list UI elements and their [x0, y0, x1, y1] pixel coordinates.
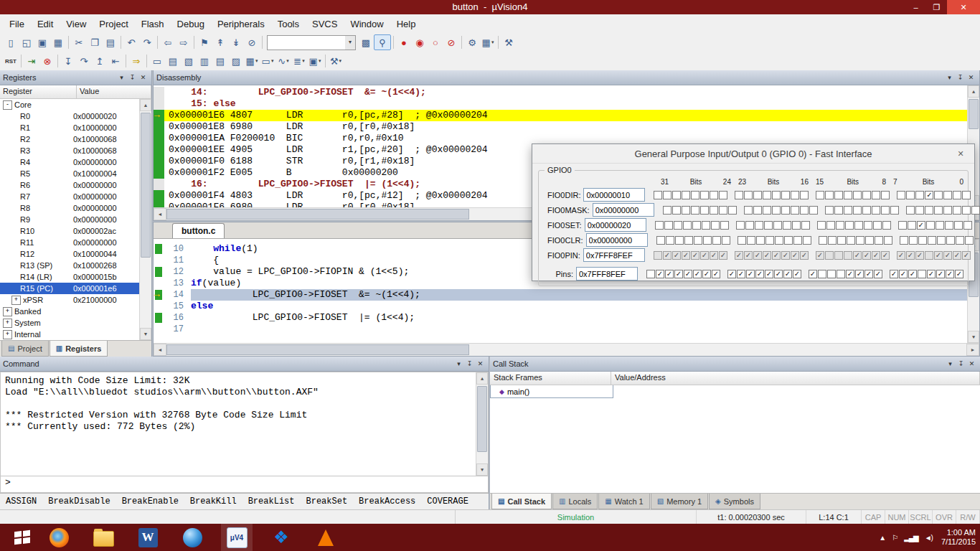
bit-14-checkbox[interactable]	[828, 236, 837, 245]
tab-memory-1[interactable]: ▧Memory 1	[651, 494, 708, 509]
trace-window-icon[interactable]: ≣▾	[291, 54, 307, 68]
bit-14-checkbox[interactable]	[834, 206, 843, 215]
bit-1-checkbox[interactable]	[953, 191, 961, 199]
bit-29-checkbox[interactable]	[674, 221, 682, 230]
bit-15-checkbox[interactable]	[816, 191, 824, 199]
column-value[interactable]: Value	[77, 85, 151, 98]
bit-1-checkbox[interactable]: ✓	[946, 270, 954, 278]
register-row-internal[interactable]: +Internal	[0, 329, 140, 340]
bit-22-checkbox[interactable]	[745, 221, 754, 230]
bit-28-checkbox[interactable]	[682, 191, 690, 199]
step-out-icon[interactable]: ↥	[92, 54, 108, 68]
command-coverage[interactable]: COVERAGE	[427, 496, 468, 507]
bit-6-checkbox[interactable]: ✓	[899, 270, 908, 278]
register-row-r4[interactable]: R40x00000000	[0, 156, 140, 168]
breakpoint-gutter[interactable]	[155, 301, 162, 311]
bit-26-checkbox[interactable]	[710, 206, 718, 215]
bit-15-checkbox[interactable]	[819, 236, 827, 245]
command-window-icon[interactable]: ▭	[149, 54, 165, 68]
bit-30-checkbox[interactable]	[664, 221, 673, 230]
bit-5-checkbox[interactable]	[915, 191, 924, 199]
command-breaklist[interactable]: BreakList	[248, 496, 295, 507]
close-icon[interactable]: ✕	[966, 74, 976, 81]
close-button[interactable]: ✕	[947, 0, 980, 14]
breakpoint-gutter[interactable]: →	[154, 110, 164, 121]
uvision-taskbar-button[interactable]: μV4	[221, 524, 253, 551]
toolbox-icon[interactable]: ⚒▾	[328, 54, 344, 68]
bit-12-checkbox[interactable]	[853, 206, 862, 215]
breakpoint-gutter[interactable]	[155, 278, 162, 288]
bit-9-checkbox[interactable]: ✓	[864, 270, 873, 278]
chevron-down-icon[interactable]: ▾	[116, 74, 127, 81]
menu-window[interactable]: Window	[344, 16, 390, 32]
save-icon[interactable]: ▣	[34, 35, 50, 50]
command-breakkill[interactable]: BreakKill	[190, 496, 237, 507]
bit-31-checkbox[interactable]	[655, 221, 664, 230]
bit-3-checkbox[interactable]	[936, 221, 944, 230]
close-icon[interactable]: ✕	[966, 360, 977, 367]
bit-17-checkbox[interactable]	[792, 221, 801, 230]
expand-icon[interactable]: +	[3, 330, 12, 339]
scroll-track[interactable]	[476, 385, 488, 463]
bit-26-checkbox[interactable]	[703, 236, 712, 245]
register-row-r15-pc[interactable]: R15 (PC)0x000001e6	[0, 283, 140, 294]
bit-26-checkbox[interactable]	[702, 221, 710, 230]
bit-7-checkbox[interactable]	[900, 236, 908, 245]
bit-11-checkbox[interactable]	[853, 191, 862, 199]
show-next-statement-icon[interactable]: ⇒	[128, 54, 144, 68]
title-bar[interactable]: button - µVision4 – ❐ ✕	[0, 0, 980, 14]
bit-27-checkbox[interactable]: ✓	[684, 270, 692, 278]
gpio-dialog-titlebar[interactable]: General Purpose Input/Output 0 (GPIO 0) …	[532, 144, 974, 164]
close-icon[interactable]: ✕	[475, 360, 486, 367]
bit-29-checkbox[interactable]	[675, 236, 684, 245]
tab-project[interactable]: ▤Project	[1, 341, 49, 357]
gpio-close-button[interactable]: ✕	[951, 147, 970, 160]
bit-6-checkbox[interactable]	[909, 236, 918, 245]
registers-panel-header[interactable]: Registers ▾ ↧ ✕	[0, 70, 151, 85]
register-row-system[interactable]: +System	[0, 317, 140, 329]
bit-10-checkbox[interactable]: ✓	[855, 270, 864, 278]
scroll-right-icon[interactable]: ►	[966, 344, 979, 356]
register-row-r3[interactable]: R30x10000068	[0, 145, 140, 156]
close-icon[interactable]: ✕	[138, 74, 149, 81]
column-value-address[interactable]: Value/Address	[611, 372, 980, 385]
memory-window-icon[interactable]: ▦▾	[244, 54, 260, 68]
bit-19-checkbox[interactable]	[772, 191, 781, 199]
paste-icon[interactable]: ▤	[103, 35, 118, 50]
register-row-r10[interactable]: R100x000002ac	[0, 225, 140, 237]
register-row-xpsr[interactable]: +xPSR0x21000000	[0, 294, 140, 306]
register-row-r11[interactable]: R110x00000000	[0, 237, 140, 248]
bit-21-checkbox[interactable]	[763, 206, 771, 215]
menu-view[interactable]: View	[60, 16, 93, 32]
prev-bookmark-icon[interactable]: ↟	[212, 35, 228, 50]
disassembly-window-icon[interactable]: ▤	[165, 54, 181, 68]
pins-input[interactable]	[576, 267, 638, 281]
disassembly-line[interactable]: 0x000001E8 6980 LDR r0,[r0,#0x18]	[154, 121, 968, 133]
bit-20-checkbox[interactable]	[765, 236, 774, 245]
bit-5-checkbox[interactable]: ✓	[917, 221, 925, 230]
taskbar-clock[interactable]: 1:00 AM 7/11/2015	[941, 528, 976, 547]
bit-12-checkbox[interactable]	[837, 270, 845, 278]
dropdown-arrow-icon[interactable]: ▾	[339, 58, 342, 64]
bit-12-checkbox[interactable]	[845, 221, 854, 230]
kill-breakpoints-icon[interactable]: ⊘	[443, 35, 459, 50]
breakpoint-gutter[interactable]	[154, 179, 164, 190]
command-breakenable[interactable]: BreakEnable	[122, 496, 179, 507]
scroll-down-icon[interactable]: ▼	[476, 463, 488, 476]
bit-25-checkbox[interactable]	[711, 221, 720, 230]
bit-10-checkbox[interactable]	[865, 236, 874, 245]
bit-16-checkbox[interactable]	[803, 236, 811, 245]
breakpoint-gutter[interactable]	[155, 313, 162, 323]
breakpoint-gutter[interactable]	[154, 202, 164, 207]
bit-18-checkbox[interactable]: ✓	[774, 270, 783, 278]
register-row-banked[interactable]: +Banked	[0, 306, 140, 317]
bit-13-checkbox[interactable]	[834, 191, 843, 199]
scroll-thumb[interactable]	[477, 386, 487, 452]
bit-16-checkbox[interactable]	[800, 191, 809, 199]
browser-taskbar-button[interactable]	[176, 524, 208, 551]
scroll-up-icon[interactable]: ▲	[140, 99, 151, 111]
bit-1-checkbox[interactable]	[962, 206, 971, 215]
bit-24-checkbox[interactable]	[720, 221, 729, 230]
bit-26-checkbox[interactable]	[700, 191, 709, 199]
bit-21-checkbox[interactable]	[756, 236, 765, 245]
